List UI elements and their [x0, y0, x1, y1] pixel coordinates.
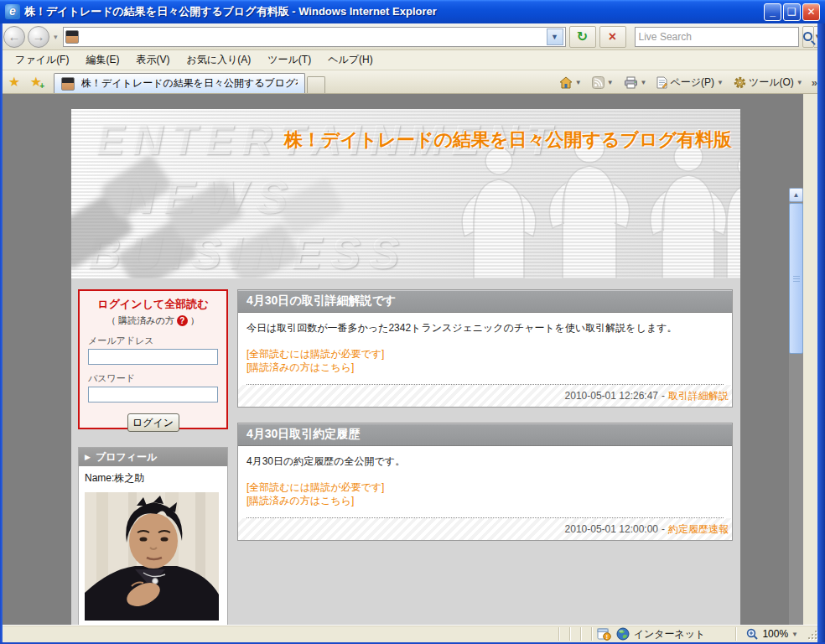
entry-timestamp: 2010-05-01 12:00:00 [565, 523, 658, 535]
entry-title: 4月30日の取引詳細解説です [246, 293, 396, 309]
window-title: 株！デイトレードの結果を日々公開するブログ有料版 - Windows Inter… [24, 4, 764, 19]
window-border-right [817, 23, 825, 644]
scrollbar-thumb[interactable] [789, 203, 803, 354]
login-box: ログインして全部読む （ 購読済みの方 ? ） メールアドレス パスワード ログ… [78, 289, 228, 429]
tab-favicon [61, 77, 75, 91]
tools-menu-label: ツール(O) [749, 75, 794, 90]
refresh-icon: ↻ [577, 29, 588, 44]
home-button[interactable]: ▼ [555, 72, 586, 92]
live-search-box[interactable] [635, 27, 799, 47]
favorites-center-button[interactable]: ★ [3, 72, 25, 92]
print-dropdown-icon[interactable]: ▼ [641, 79, 647, 86]
menu-help[interactable]: ヘルプ(H) [319, 50, 381, 70]
tab-active[interactable]: 株！デイトレードの結果を日々公開するブログ有料版 [54, 73, 305, 93]
feeds-button[interactable]: ▼ [588, 72, 618, 92]
password-field[interactable] [88, 387, 218, 402]
feeds-dropdown-icon[interactable]: ▼ [607, 79, 614, 86]
maximize-button[interactable]: ❑ [783, 3, 801, 21]
login-subtitle-text: （ 購読済みの方 [106, 314, 174, 327]
security-zone[interactable]: インターネット [616, 627, 731, 641]
site-banner: ENTERTAINMENT NEWS BUISINESS [71, 109, 740, 278]
login-subtitle-close: ） [190, 314, 200, 327]
window-controls: _ ❑ ✕ [764, 3, 820, 21]
vertical-scrollbar[interactable]: ▲ ▼ [789, 188, 803, 625]
divider [735, 627, 736, 641]
window-border-left [0, 23, 3, 644]
entry-footer: 2010-05-01 12:26:47 - 取引詳細解説 [238, 385, 732, 407]
address-bar[interactable]: ▼ [63, 27, 566, 47]
search-input[interactable] [639, 31, 795, 43]
site-container: ENTERTAINMENT NEWS BUISINESS [71, 109, 740, 625]
plus-icon: + [39, 81, 44, 91]
entry-footer: 2010-05-01 12:00:00 - 約定履歴速報 [238, 518, 732, 540]
profile-name: Name:株之助 [85, 471, 221, 486]
minimize-button[interactable]: _ [764, 3, 781, 21]
profile-header: ▶ プロフィール [79, 448, 227, 466]
email-field[interactable] [88, 349, 218, 365]
menu-favorites[interactable]: お気に入り(A) [178, 50, 259, 70]
zoom-control[interactable]: 100% ▼ [741, 628, 803, 641]
address-input[interactable] [81, 29, 547, 44]
new-tab-button[interactable] [307, 76, 325, 93]
rss-feed-icon [592, 76, 604, 89]
entry-category-link[interactable]: 取引詳細解説 [668, 389, 729, 402]
site-title: 株！デイトレードの結果を日々公開するブログ有料版 [284, 127, 732, 153]
subscribe-required-link[interactable]: [全部読むには購読が必要です] [246, 347, 724, 361]
login-subtitle: （ 購読済みの方 ? ） [88, 314, 218, 327]
login-button[interactable]: ログイン [127, 413, 179, 432]
email-label: メールアドレス [88, 335, 218, 347]
address-dropdown-icon[interactable]: ▼ [547, 29, 563, 45]
scroll-up-button[interactable]: ▲ [789, 188, 803, 202]
command-bar: ▼ ▼ ▼ ページ(P) ▼ ツール(O) ▼ » [555, 71, 822, 93]
entry-separator: - [662, 390, 665, 402]
help-icon[interactable]: ? [177, 315, 188, 326]
page-menu-label: ページ(P) [670, 75, 714, 90]
protected-mode-icon[interactable]: ! [597, 628, 611, 641]
sidebar: ログインして全部読む （ 購読済みの方 ? ） メールアドレス パスワード ログ… [78, 289, 228, 625]
print-button[interactable]: ▼ [620, 72, 651, 92]
subscribed-users-link[interactable]: [購読済みの方はこちら] [246, 361, 724, 374]
tools-dropdown-icon[interactable]: ▼ [796, 79, 803, 86]
entry-separator: - [662, 523, 665, 535]
page-dropdown-icon[interactable]: ▼ [717, 79, 724, 86]
stop-button[interactable]: × [599, 26, 626, 48]
close-button[interactable]: ✕ [802, 3, 820, 21]
menu-bar: ファイル(F) 編集(E) 表示(V) お気に入り(A) ツール(T) ヘルプ(… [0, 50, 825, 70]
site-favicon [65, 30, 79, 44]
svg-text:!: ! [606, 633, 608, 639]
search-icon [803, 32, 812, 41]
browser-viewport: ENTERTAINMENT NEWS BUISINESS [3, 94, 803, 625]
home-icon [559, 76, 573, 89]
main-column: 4月30日の取引詳細解説です 今日は取引回数が一番多かった2342トランスジェニ… [237, 289, 733, 556]
entry-title-bar: 4月30日の取引詳細解説です [238, 290, 732, 313]
gear-icon [734, 76, 746, 89]
menu-tools[interactable]: ツール(T) [259, 50, 319, 70]
profile-header-label: プロフィール [96, 450, 157, 465]
password-label: パスワード [88, 372, 218, 385]
tab-bar: ★ ★+ 株！デイトレードの結果を日々公開するブログ有料版 ▼ ▼ ▼ ページ(… [0, 70, 825, 94]
back-button[interactable]: ← [3, 26, 25, 48]
ie-logo-icon: e [5, 4, 20, 19]
subscribed-users-link[interactable]: [購読済みの方はこちら] [246, 494, 724, 507]
home-dropdown-icon[interactable]: ▼ [575, 79, 582, 86]
zone-label: インターネット [634, 627, 706, 641]
subscribe-required-link[interactable]: [全部読むには購読が必要です] [246, 480, 724, 494]
profile-body: Name:株之助 [79, 466, 227, 625]
search-button[interactable] [802, 26, 815, 48]
page-menu-button[interactable]: ページ(P) ▼ [652, 72, 727, 92]
page-icon [656, 76, 667, 89]
tools-menu-button[interactable]: ツール(O) ▼ [729, 72, 807, 92]
menu-file[interactable]: ファイル(F) [7, 50, 77, 70]
refresh-button[interactable]: ↻ [569, 26, 596, 48]
menu-edit[interactable]: 編集(E) [77, 50, 127, 70]
printer-icon [624, 76, 638, 89]
ie-window: e 株！デイトレードの結果を日々公開するブログ有料版 - Windows Int… [0, 0, 825, 644]
forward-button[interactable]: → [28, 26, 49, 48]
resize-grip[interactable] [807, 629, 817, 640]
add-favorite-button[interactable]: ★+ [25, 72, 47, 92]
zoom-dropdown-icon[interactable]: ▼ [791, 631, 798, 638]
menu-view[interactable]: 表示(V) [127, 50, 178, 70]
status-bar: ! インターネット 100% ▼ [3, 625, 817, 642]
recent-pages-dropdown-icon[interactable]: ▾ [54, 33, 58, 41]
entry-category-link[interactable]: 約定履歴速報 [668, 522, 729, 536]
